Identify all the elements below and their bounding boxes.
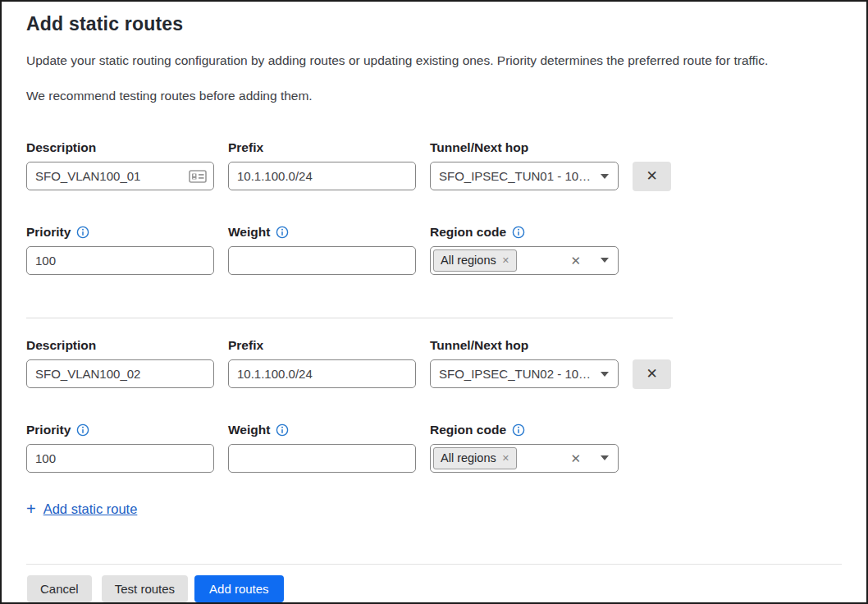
chevron-down-icon bbox=[601, 372, 609, 377]
info-icon[interactable] bbox=[276, 423, 289, 437]
weight-label: Weight bbox=[228, 225, 270, 240]
info-icon[interactable] bbox=[76, 423, 89, 437]
route-divider bbox=[26, 318, 673, 318]
remove-route-button[interactable]: ✕ bbox=[633, 359, 671, 389]
chip-remove-icon[interactable]: ✕ bbox=[502, 256, 509, 265]
add-static-routes-dialog: Add static routes Update your static rou… bbox=[0, 0, 868, 604]
tunnel-label: Tunnel/Next hop bbox=[430, 338, 528, 353]
tunnel-label: Tunnel/Next hop bbox=[430, 140, 528, 155]
description-input[interactable] bbox=[26, 359, 214, 388]
chevron-down-icon bbox=[601, 455, 609, 460]
description-label: Description bbox=[26, 140, 96, 155]
intro-text: Update your static routing configuration… bbox=[26, 53, 842, 70]
priority-label: Priority bbox=[26, 225, 71, 240]
clear-selection-icon[interactable]: ✕ bbox=[570, 254, 581, 267]
weight-input[interactable] bbox=[228, 246, 416, 275]
chevron-down-icon bbox=[601, 258, 609, 263]
priority-input[interactable] bbox=[26, 444, 214, 473]
description-input[interactable] bbox=[26, 162, 214, 190]
route-entry-1: Description Prefix Tunnel/Next hop bbox=[26, 140, 842, 275]
contact-card-icon bbox=[189, 169, 207, 183]
chevron-down-icon bbox=[601, 174, 609, 179]
prefix-input[interactable] bbox=[228, 359, 416, 388]
page-title: Add static routes bbox=[26, 13, 842, 35]
prefix-input[interactable] bbox=[228, 162, 416, 190]
prefix-label: Prefix bbox=[228, 140, 263, 155]
dialog-footer: Cancel Test routes Add routes bbox=[2, 564, 866, 602]
region-code-label: Region code bbox=[430, 225, 506, 240]
test-routes-button[interactable]: Test routes bbox=[102, 575, 188, 602]
description-label: Description bbox=[26, 338, 96, 353]
add-static-route-link[interactable]: Add static route bbox=[43, 501, 138, 517]
chip-remove-icon[interactable]: ✕ bbox=[502, 454, 509, 463]
priority-input[interactable] bbox=[26, 246, 214, 275]
region-chip: All regions ✕ bbox=[433, 249, 517, 272]
info-icon[interactable] bbox=[512, 423, 525, 437]
plus-icon: + bbox=[26, 500, 36, 519]
cancel-button[interactable]: Cancel bbox=[27, 575, 92, 602]
tunnel-select[interactable]: SFO_IPSEC_TUN01 - 10.25... bbox=[430, 162, 619, 190]
info-icon[interactable] bbox=[512, 226, 525, 239]
clear-selection-icon[interactable]: ✕ bbox=[570, 452, 581, 464]
add-static-route-row: + Add static route bbox=[26, 500, 842, 519]
weight-input[interactable] bbox=[228, 444, 416, 473]
route-entry-2: Description Prefix Tunnel/Next hop bbox=[26, 338, 842, 473]
info-icon[interactable] bbox=[76, 226, 89, 239]
region-code-select[interactable]: All regions ✕ ✕ bbox=[430, 444, 619, 473]
recommendation-text: We recommend testing routes before addin… bbox=[26, 88, 842, 105]
weight-label: Weight bbox=[228, 423, 270, 437]
priority-label: Priority bbox=[26, 423, 71, 437]
dialog-content: Add static routes Update your static rou… bbox=[2, 2, 866, 564]
prefix-label: Prefix bbox=[228, 338, 263, 353]
add-routes-button[interactable]: Add routes bbox=[194, 575, 284, 602]
region-chip-label: All regions bbox=[441, 254, 496, 267]
region-code-label: Region code bbox=[430, 423, 506, 437]
tunnel-selected-value: SFO_IPSEC_TUN02 - 10.25... bbox=[439, 367, 592, 381]
region-code-select[interactable]: All regions ✕ ✕ bbox=[430, 246, 619, 275]
tunnel-select[interactable]: SFO_IPSEC_TUN02 - 10.25... bbox=[430, 359, 619, 388]
region-chip: All regions ✕ bbox=[433, 447, 517, 469]
remove-route-button[interactable]: ✕ bbox=[633, 162, 671, 191]
tunnel-selected-value: SFO_IPSEC_TUN01 - 10.25... bbox=[439, 169, 592, 183]
region-chip-label: All regions bbox=[441, 451, 496, 464]
info-icon[interactable] bbox=[276, 226, 289, 239]
